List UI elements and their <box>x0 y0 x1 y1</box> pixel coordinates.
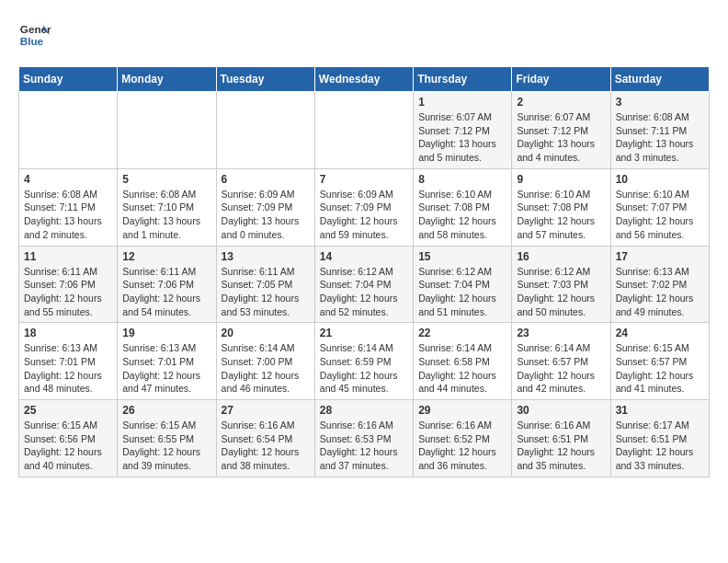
day-number: 26 <box>122 404 210 417</box>
day-info: Sunrise: 6:16 AM Sunset: 6:53 PM Dayligh… <box>320 419 408 473</box>
weekday-header: Friday <box>512 67 610 92</box>
calendar-cell: 13Sunrise: 6:11 AM Sunset: 7:05 PM Dayli… <box>216 246 314 323</box>
day-info: Sunrise: 6:07 AM Sunset: 7:12 PM Dayligh… <box>418 110 506 165</box>
day-info: Sunrise: 6:16 AM Sunset: 6:52 PM Dayligh… <box>418 419 506 473</box>
day-info: Sunrise: 6:13 AM Sunset: 7:01 PM Dayligh… <box>24 341 112 396</box>
calendar-cell <box>216 92 314 169</box>
calendar-cell: 7Sunrise: 6:09 AM Sunset: 7:09 PM Daylig… <box>314 168 413 246</box>
calendar-cell: 15Sunrise: 6:12 AM Sunset: 7:04 PM Dayli… <box>414 246 512 323</box>
day-info: Sunrise: 6:08 AM Sunset: 7:10 PM Dayligh… <box>122 188 210 242</box>
day-info: Sunrise: 6:17 AM Sunset: 6:51 PM Dayligh… <box>616 419 704 473</box>
day-info: Sunrise: 6:11 AM Sunset: 7:06 PM Dayligh… <box>122 265 210 319</box>
day-number: 30 <box>517 404 605 417</box>
calendar-cell: 26Sunrise: 6:15 AM Sunset: 6:55 PM Dayli… <box>118 400 216 477</box>
calendar-cell <box>118 92 216 169</box>
calendar-cell <box>19 92 118 169</box>
day-info: Sunrise: 6:14 AM Sunset: 7:00 PM Dayligh… <box>222 341 310 396</box>
day-number: 23 <box>517 327 605 339</box>
calendar-cell: 24Sunrise: 6:15 AM Sunset: 6:57 PM Dayli… <box>610 323 709 400</box>
day-info: Sunrise: 6:09 AM Sunset: 7:09 PM Dayligh… <box>320 188 408 242</box>
day-info: Sunrise: 6:12 AM Sunset: 7:04 PM Dayligh… <box>320 265 408 319</box>
calendar-cell <box>314 92 413 169</box>
calendar-cell: 31Sunrise: 6:17 AM Sunset: 6:51 PM Dayli… <box>610 400 709 477</box>
day-number: 18 <box>24 327 112 339</box>
day-number: 11 <box>24 250 112 263</box>
calendar-cell: 6Sunrise: 6:09 AM Sunset: 7:09 PM Daylig… <box>216 168 314 246</box>
calendar-cell: 9Sunrise: 6:10 AM Sunset: 7:08 PM Daylig… <box>512 168 610 246</box>
calendar-cell: 30Sunrise: 6:16 AM Sunset: 6:51 PM Dayli… <box>512 400 610 477</box>
day-number: 14 <box>320 250 408 263</box>
weekday-header: Thursday <box>414 67 512 92</box>
calendar-cell: 3Sunrise: 6:08 AM Sunset: 7:11 PM Daylig… <box>610 92 709 169</box>
day-number: 2 <box>517 96 605 109</box>
calendar-cell: 4Sunrise: 6:08 AM Sunset: 7:11 PM Daylig… <box>19 168 118 246</box>
weekday-header: Tuesday <box>216 67 314 92</box>
day-info: Sunrise: 6:09 AM Sunset: 7:09 PM Dayligh… <box>222 188 310 242</box>
day-info: Sunrise: 6:10 AM Sunset: 7:08 PM Dayligh… <box>418 188 506 242</box>
day-number: 31 <box>616 404 704 417</box>
day-info: Sunrise: 6:14 AM Sunset: 6:58 PM Dayligh… <box>418 341 506 396</box>
calendar-cell: 20Sunrise: 6:14 AM Sunset: 7:00 PM Dayli… <box>216 323 314 400</box>
calendar-cell: 21Sunrise: 6:14 AM Sunset: 6:59 PM Dayli… <box>314 323 413 400</box>
day-info: Sunrise: 6:15 AM Sunset: 6:57 PM Dayligh… <box>616 341 704 396</box>
day-number: 16 <box>517 250 605 263</box>
calendar-cell: 29Sunrise: 6:16 AM Sunset: 6:52 PM Dayli… <box>414 400 512 477</box>
calendar-cell: 23Sunrise: 6:14 AM Sunset: 6:57 PM Dayli… <box>512 323 610 400</box>
day-info: Sunrise: 6:10 AM Sunset: 7:08 PM Dayligh… <box>517 188 605 242</box>
svg-text:General: General <box>20 23 51 35</box>
day-number: 22 <box>418 327 506 339</box>
day-number: 15 <box>418 250 506 263</box>
day-number: 13 <box>222 250 310 263</box>
day-number: 10 <box>616 173 704 186</box>
page-header: General Blue <box>18 18 710 52</box>
svg-text:Blue: Blue <box>20 35 44 47</box>
logo-icon: General Blue <box>18 18 51 52</box>
day-number: 5 <box>122 173 210 186</box>
day-number: 12 <box>122 250 210 263</box>
calendar-cell: 17Sunrise: 6:13 AM Sunset: 7:02 PM Dayli… <box>610 246 709 323</box>
day-number: 17 <box>616 250 704 263</box>
day-number: 20 <box>222 327 310 339</box>
day-number: 6 <box>222 173 310 186</box>
day-info: Sunrise: 6:13 AM Sunset: 7:02 PM Dayligh… <box>616 265 704 319</box>
day-info: Sunrise: 6:15 AM Sunset: 6:56 PM Dayligh… <box>24 419 112 473</box>
day-info: Sunrise: 6:08 AM Sunset: 7:11 PM Dayligh… <box>616 110 704 165</box>
day-number: 7 <box>320 173 408 186</box>
day-info: Sunrise: 6:10 AM Sunset: 7:07 PM Dayligh… <box>616 188 704 242</box>
day-info: Sunrise: 6:14 AM Sunset: 6:59 PM Dayligh… <box>320 341 408 396</box>
day-number: 8 <box>418 173 506 186</box>
day-info: Sunrise: 6:16 AM Sunset: 6:54 PM Dayligh… <box>222 419 310 473</box>
calendar-cell: 14Sunrise: 6:12 AM Sunset: 7:04 PM Dayli… <box>314 246 413 323</box>
day-info: Sunrise: 6:11 AM Sunset: 7:05 PM Dayligh… <box>222 265 310 319</box>
day-number: 21 <box>320 327 408 339</box>
day-info: Sunrise: 6:14 AM Sunset: 6:57 PM Dayligh… <box>517 341 605 396</box>
day-info: Sunrise: 6:07 AM Sunset: 7:12 PM Dayligh… <box>517 110 605 165</box>
calendar-cell: 19Sunrise: 6:13 AM Sunset: 7:01 PM Dayli… <box>118 323 216 400</box>
day-number: 29 <box>418 404 506 417</box>
day-number: 27 <box>222 404 310 417</box>
day-info: Sunrise: 6:11 AM Sunset: 7:06 PM Dayligh… <box>24 265 112 319</box>
calendar-cell: 22Sunrise: 6:14 AM Sunset: 6:58 PM Dayli… <box>414 323 512 400</box>
calendar-cell: 12Sunrise: 6:11 AM Sunset: 7:06 PM Dayli… <box>118 246 216 323</box>
day-number: 24 <box>616 327 704 339</box>
day-number: 4 <box>24 173 112 186</box>
day-info: Sunrise: 6:12 AM Sunset: 7:04 PM Dayligh… <box>418 265 506 319</box>
calendar-cell: 18Sunrise: 6:13 AM Sunset: 7:01 PM Dayli… <box>19 323 118 400</box>
calendar-cell: 5Sunrise: 6:08 AM Sunset: 7:10 PM Daylig… <box>118 168 216 246</box>
weekday-header: Wednesday <box>314 67 413 92</box>
calendar-header: SundayMondayTuesdayWednesdayThursdayFrid… <box>19 67 710 92</box>
day-info: Sunrise: 6:16 AM Sunset: 6:51 PM Dayligh… <box>517 419 605 473</box>
day-number: 3 <box>616 96 704 109</box>
calendar-cell: 27Sunrise: 6:16 AM Sunset: 6:54 PM Dayli… <box>216 400 314 477</box>
day-number: 1 <box>418 96 506 109</box>
day-info: Sunrise: 6:15 AM Sunset: 6:55 PM Dayligh… <box>122 419 210 473</box>
calendar-cell: 8Sunrise: 6:10 AM Sunset: 7:08 PM Daylig… <box>414 168 512 246</box>
calendar-cell: 25Sunrise: 6:15 AM Sunset: 6:56 PM Dayli… <box>19 400 118 477</box>
calendar-cell: 1Sunrise: 6:07 AM Sunset: 7:12 PM Daylig… <box>414 92 512 169</box>
weekday-header: Saturday <box>610 67 709 92</box>
calendar-cell: 28Sunrise: 6:16 AM Sunset: 6:53 PM Dayli… <box>314 400 413 477</box>
calendar-table: SundayMondayTuesdayWednesdayThursdayFrid… <box>18 66 710 477</box>
day-info: Sunrise: 6:08 AM Sunset: 7:11 PM Dayligh… <box>24 188 112 242</box>
calendar-cell: 11Sunrise: 6:11 AM Sunset: 7:06 PM Dayli… <box>19 246 118 323</box>
day-number: 19 <box>122 327 210 339</box>
